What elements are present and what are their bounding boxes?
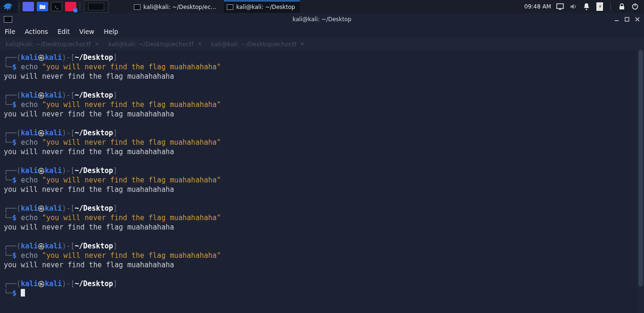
kali-menu-button[interactable]: [0, 0, 17, 13]
svg-rect-7: [625, 17, 629, 21]
svg-rect-0: [557, 4, 563, 8]
vertical-scrollbar[interactable]: [637, 50, 644, 313]
panel-launchers: ›_: [0, 0, 109, 13]
terminal-tab[interactable]: kali@kali: ~/Desktop/echoctf✕: [207, 39, 308, 50]
window-titlebar[interactable]: kali@kali: ~/Desktop: [0, 13, 644, 25]
terminal-icon: [134, 4, 140, 10]
menu-edit[interactable]: Edit: [58, 28, 70, 35]
tray-separator: [611, 3, 611, 10]
terminal-tab[interactable]: kali@kali: ~/Desktop/echoctf✕: [105, 39, 206, 50]
taskbar: kali@kali: ~/Desktop/ec…kali@kali: ~/Des…: [128, 0, 300, 13]
minimize-button[interactable]: [612, 15, 621, 24]
taskbar-window-button[interactable]: kali@kali: ~/Desktop: [224, 0, 300, 13]
launcher-files[interactable]: [37, 2, 48, 11]
menu-bar: File Actions Edit View Help: [0, 25, 644, 38]
maximize-button[interactable]: [622, 15, 632, 24]
battery-icon[interactable]: ⚡: [595, 2, 604, 11]
terminal-tab-label: kali@kali: ~/Desktop/echoctf: [6, 41, 91, 48]
clock[interactable]: 09:48 AM: [524, 3, 551, 10]
lock-icon[interactable]: [618, 2, 626, 11]
display-icon[interactable]: [556, 2, 564, 11]
terminal-tab-label: kali@kali: ~/Desktop/echoctf: [211, 41, 297, 48]
minimize-icon: [614, 17, 619, 22]
taskbar-window-label: kali@kali: ~/Desktop: [236, 4, 295, 10]
svg-rect-5: [635, 4, 636, 7]
system-tray: 09:48 AM ⚡: [524, 0, 644, 13]
terminal-icon: [227, 4, 233, 10]
menu-view[interactable]: View: [79, 28, 94, 35]
terminal-window: kali@kali: ~/Desktop File Actions Edit V…: [0, 13, 644, 313]
workspace-indicator-icon: [74, 8, 77, 12]
power-icon[interactable]: [631, 2, 639, 11]
taskbar-window-label: kali@kali: ~/Desktop/ec…: [143, 4, 216, 10]
top-panel: ›_ kali@kali: ~/Desktop/ec…kali@kali: ~/…: [0, 0, 644, 13]
kali-dragon-icon: [3, 1, 14, 12]
svg-rect-6: [615, 20, 619, 21]
terminal-tabbar: kali@kali: ~/Desktop/echoctf✕kali@kali: …: [0, 38, 644, 49]
desktop-thumb-icon: [88, 3, 104, 10]
folder-icon: [39, 4, 46, 9]
window-title: kali@kali: ~/Desktop: [293, 16, 352, 23]
menu-actions[interactable]: Actions: [25, 28, 48, 35]
terminal-output[interactable]: ┌──(kali㉿kali)-[~/Desktop] └─$ echo "you…: [0, 50, 644, 313]
notifications-icon[interactable]: [582, 2, 591, 11]
taskbar-window-button[interactable]: kali@kali: ~/Desktop/ec…: [131, 0, 221, 13]
volume-icon[interactable]: [569, 2, 578, 11]
close-tab-icon[interactable]: ✕: [95, 41, 99, 47]
svg-rect-3: [619, 6, 624, 9]
panel-separator: [80, 2, 80, 11]
menu-help[interactable]: Help: [104, 28, 118, 35]
cursor: [21, 289, 25, 297]
panel-separator: [19, 2, 19, 11]
close-tab-icon[interactable]: ✕: [198, 41, 202, 47]
svg-point-2: [586, 9, 587, 10]
launcher-workspaces[interactable]: [65, 2, 76, 11]
terminal-tab[interactable]: kali@kali: ~/Desktop/echoctf✕: [2, 39, 103, 50]
close-tab-icon[interactable]: ✕: [300, 41, 305, 47]
terminal-app-icon: [4, 16, 12, 23]
show-desktop-button[interactable]: [84, 0, 108, 13]
window-controls: [612, 13, 642, 25]
maximize-icon: [625, 17, 629, 22]
terminal-icon: ›_: [55, 5, 58, 9]
close-icon: [635, 17, 640, 22]
terminal-tab-label: kali@kali: ~/Desktop/echoctf: [108, 41, 194, 48]
launcher-discord[interactable]: [23, 2, 34, 11]
launcher-terminal[interactable]: ›_: [51, 2, 62, 11]
menu-file[interactable]: File: [5, 28, 16, 35]
close-button[interactable]: [633, 15, 642, 24]
scrollbar-thumb[interactable]: [638, 50, 643, 287]
svg-rect-1: [559, 9, 561, 10]
